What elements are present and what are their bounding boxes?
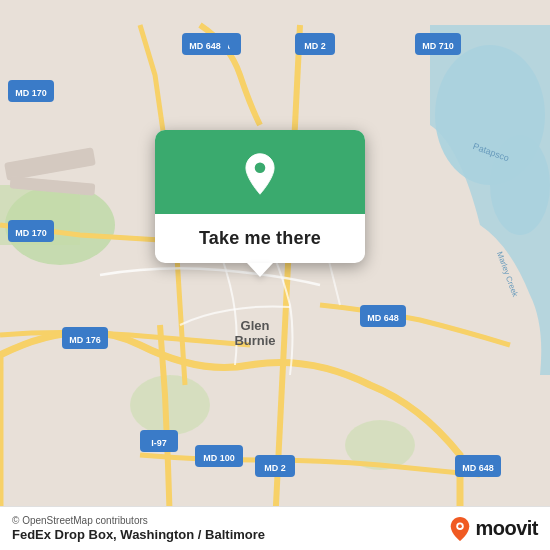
svg-text:MD 648: MD 648 (367, 313, 399, 323)
svg-text:MD 176: MD 176 (69, 335, 101, 345)
svg-text:MD 648: MD 648 (189, 41, 221, 51)
svg-text:Burnie: Burnie (234, 333, 275, 348)
location-pin-icon (238, 152, 282, 196)
svg-point-5 (130, 375, 210, 435)
popup-card[interactable]: Take me there (155, 130, 365, 263)
svg-text:I-97: I-97 (151, 438, 167, 448)
svg-text:MD 710: MD 710 (422, 41, 454, 51)
osm-credit: © OpenStreetMap contributors (12, 515, 265, 526)
svg-point-39 (255, 163, 266, 174)
popup-tail (247, 263, 273, 277)
svg-text:MD 100: MD 100 (203, 453, 235, 463)
popup-cta-label[interactable]: Take me there (183, 214, 337, 263)
moovit-logo: moovit (449, 516, 538, 542)
location-title: FedEx Drop Box, Washington / Baltimore (12, 527, 265, 542)
svg-text:MD 170: MD 170 (15, 228, 47, 238)
svg-text:MD 2: MD 2 (304, 41, 326, 51)
svg-text:MD 170: MD 170 (15, 88, 47, 98)
svg-text:MD 648: MD 648 (462, 463, 494, 473)
svg-point-41 (459, 524, 463, 528)
moovit-pin-icon (449, 516, 471, 542)
popup-header (155, 130, 365, 214)
map-background: MD 170 MD 170 I-695A MD 2 MD 2 MD 710 MD… (0, 0, 550, 550)
moovit-brand-text: moovit (475, 517, 538, 540)
svg-text:Glen: Glen (241, 318, 270, 333)
svg-text:MD 2: MD 2 (264, 463, 286, 473)
bottom-bar: © OpenStreetMap contributors FedEx Drop … (0, 506, 550, 550)
bottom-left-info: © OpenStreetMap contributors FedEx Drop … (12, 515, 265, 542)
map-container: MD 170 MD 170 I-695A MD 2 MD 2 MD 710 MD… (0, 0, 550, 550)
